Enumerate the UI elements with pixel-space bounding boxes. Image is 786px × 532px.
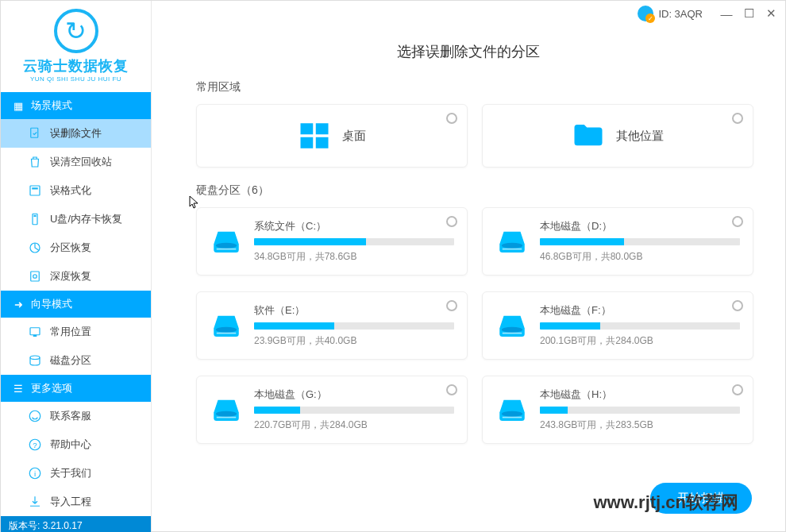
grid-icon: ▦ — [12, 99, 25, 112]
common-region-label: 常用区域 — [196, 80, 753, 94]
sidebar-item[interactable]: 深度恢复 — [1, 262, 151, 291]
nav-label: 磁盘分区 — [50, 353, 91, 368]
drive-icon — [495, 309, 529, 342]
radio-icon[interactable] — [446, 113, 457, 124]
card-label: 桌面 — [342, 129, 366, 144]
sidebar-item[interactable]: U盘/内存卡恢复 — [1, 205, 151, 233]
svg-point-10 — [30, 356, 40, 360]
partition-icon — [28, 241, 42, 255]
drive-card[interactable]: 本地磁盘（D:）46.8GB可用，共80.0GB — [482, 207, 753, 276]
sidebar-item[interactable]: 误删除文件 — [1, 119, 151, 148]
radio-icon[interactable] — [446, 300, 457, 311]
user-icon — [638, 6, 653, 21]
svg-rect-4 — [34, 215, 37, 217]
content: 常用区域 桌面 其他位置 硬盘分区（6） 系统文件 — [152, 80, 785, 531]
file-restore-icon — [28, 126, 42, 141]
drive-card[interactable]: 本地磁盘（G:）220.7GB可用，共284.0GB — [196, 376, 468, 444]
drive-free-text: 243.8GB可用，共283.5GB — [540, 418, 740, 432]
section-wizard-mode[interactable]: ➜ 向导模式 — [1, 291, 151, 318]
svg-rect-18 — [301, 137, 314, 148]
disk-region-label: 硬盘分区（6） — [196, 183, 753, 198]
svg-rect-1 — [30, 186, 40, 195]
minimize-button[interactable]: — — [719, 6, 734, 21]
svg-rect-19 — [316, 137, 329, 148]
radio-icon[interactable] — [732, 216, 743, 227]
drive-free-text: 46.8GB可用，共80.0GB — [540, 250, 740, 264]
arrow-icon: ➜ — [12, 298, 25, 310]
maximize-button[interactable]: ☐ — [741, 6, 757, 21]
sidebar-item[interactable]: 分区恢复 — [1, 233, 151, 262]
main-area: ID: 3AQR — ☐ ✕ 选择误删除文件的分区 常用区域 桌面 — [152, 1, 785, 531]
id-badge[interactable]: ID: 3AQR — [638, 6, 703, 21]
start-scan-button[interactable]: 开始扫描 — [650, 483, 752, 514]
drive-usage-bar — [254, 322, 454, 330]
svg-rect-17 — [316, 123, 329, 134]
nav-label: U盘/内存卡恢复 — [50, 212, 122, 226]
svg-rect-6 — [31, 272, 40, 281]
drive-usage-bar — [254, 407, 454, 414]
drive-free-text: 200.1GB可用，共284.0GB — [540, 334, 740, 348]
svg-rect-0 — [31, 128, 38, 137]
drive-icon — [210, 225, 243, 258]
svg-text:?: ? — [33, 441, 37, 449]
drive-card[interactable]: 本地磁盘（H:）243.8GB可用，共283.5GB — [482, 376, 753, 444]
nav-label: 联系客服 — [50, 409, 91, 423]
app-name-sub: YUN QI SHI SHU JU HUI FU — [1, 75, 151, 83]
drive-icon — [495, 225, 529, 258]
drive-card[interactable]: 系统文件（C:）34.8GB可用，共78.6GB — [196, 207, 468, 276]
radio-icon[interactable] — [446, 216, 457, 227]
svg-rect-2 — [32, 187, 38, 189]
radio-icon[interactable] — [732, 113, 743, 124]
nav-label: 误清空回收站 — [50, 155, 112, 169]
format-icon — [28, 183, 42, 198]
section-scene-mode[interactable]: ▦ 场景模式 — [1, 92, 151, 119]
drive-icon — [210, 309, 243, 342]
drive-card[interactable]: 软件（E:）23.9GB可用，共40.0GB — [196, 291, 468, 360]
svg-rect-31 — [503, 417, 522, 418]
sidebar-item[interactable]: ?帮助中心 — [1, 430, 151, 459]
disk-icon — [28, 353, 42, 368]
sidebar-item[interactable]: i关于我们 — [1, 459, 151, 488]
nav-label: 导入工程 — [50, 495, 91, 509]
sidebar-item[interactable]: 误清空回收站 — [1, 148, 151, 176]
drive-usage-bar — [540, 407, 740, 414]
drive-icon — [210, 393, 243, 426]
drive-name: 系统文件（C:） — [254, 219, 454, 233]
windows-icon — [298, 119, 331, 152]
svg-rect-25 — [217, 333, 237, 334]
drive-name: 本地磁盘（F:） — [540, 303, 740, 318]
app-name: 云骑士数据恢复 — [1, 56, 151, 75]
sidebar-item[interactable]: 常用位置 — [1, 318, 151, 346]
svg-point-7 — [33, 275, 37, 279]
drive-card[interactable]: 本地磁盘（F:）200.1GB可用，共284.0GB — [482, 291, 753, 360]
nav-label: 误删除文件 — [50, 126, 102, 141]
drive-free-text: 220.7GB可用，共284.0GB — [254, 418, 454, 432]
sidebar-item[interactable]: 导入工程 — [1, 488, 151, 516]
drive-usage-bar — [540, 238, 740, 245]
close-button[interactable]: ✕ — [763, 6, 779, 21]
sidebar-item[interactable]: 联系客服 — [1, 402, 151, 430]
svg-rect-9 — [33, 335, 37, 337]
nav-label: 分区恢复 — [50, 241, 91, 255]
support-icon — [28, 409, 42, 423]
radio-icon[interactable] — [732, 384, 743, 395]
svg-rect-8 — [30, 328, 40, 335]
radio-icon[interactable] — [446, 384, 457, 395]
radio-icon[interactable] — [732, 300, 743, 311]
card-other-location[interactable]: 其他位置 — [482, 104, 753, 168]
sidebar-item[interactable]: 磁盘分区 — [1, 346, 151, 375]
logo-area: 云骑士数据恢复 YUN QI SHI SHU JU HUI FU — [1, 1, 151, 92]
menu-icon: ☰ — [12, 382, 25, 395]
location-icon — [28, 325, 42, 339]
drive-name: 本地磁盘（G:） — [254, 387, 454, 402]
sidebar: 云骑士数据恢复 YUN QI SHI SHU JU HUI FU ▦ 场景模式 … — [1, 1, 152, 531]
svg-rect-23 — [503, 249, 522, 250]
drive-free-text: 34.8GB可用，共78.6GB — [254, 250, 454, 264]
svg-point-30 — [502, 411, 522, 417]
svg-point-24 — [216, 327, 237, 333]
sidebar-item[interactable]: 误格式化 — [1, 176, 151, 205]
card-desktop[interactable]: 桌面 — [196, 104, 468, 168]
section-more-options[interactable]: ☰ 更多选项 — [1, 375, 151, 402]
svg-point-20 — [216, 243, 237, 249]
drive-free-text: 23.9GB可用，共40.0GB — [254, 334, 454, 348]
